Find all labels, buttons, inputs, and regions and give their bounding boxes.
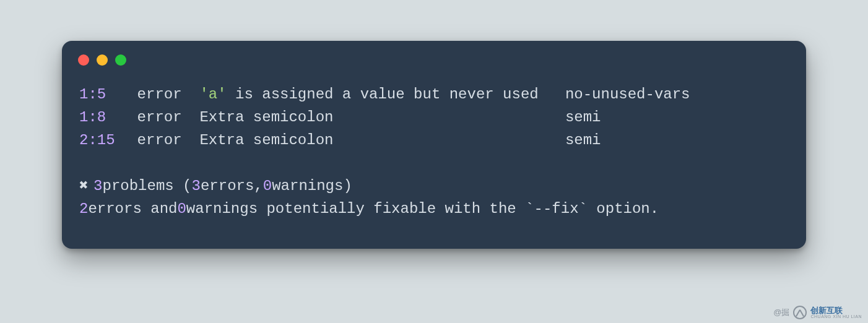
lint-rule: no-unused-vars xyxy=(565,83,690,106)
fixable-text: warnings potentially fixable with the `-… xyxy=(186,197,659,220)
watermark: @掘 创新互联 CHUANG XIN HU LIAN xyxy=(773,306,862,319)
window-titlebar xyxy=(62,41,806,72)
lint-location: 2:15 xyxy=(79,129,119,152)
watermark-prefix: @掘 xyxy=(773,307,789,318)
lint-message-text: Extra semicolon xyxy=(199,109,333,126)
summary-text: warnings) xyxy=(272,174,352,197)
lint-fixable: 2 errors and 0 warnings potentially fixa… xyxy=(79,197,789,220)
watermark-logo-icon xyxy=(793,306,807,319)
lint-row: 1:8 error Extra semicolon semi xyxy=(79,106,789,129)
minimize-icon[interactable] xyxy=(97,54,108,66)
lint-location: 1:5 xyxy=(79,83,119,106)
summary-text: problems ( xyxy=(103,174,192,197)
terminal-window: 1:5 error 'a' is assigned a value but ne… xyxy=(62,41,806,249)
summary-text: errors, xyxy=(201,174,263,197)
lint-message: 'a' is assigned a value but never used xyxy=(199,83,565,106)
blank-line xyxy=(79,152,789,174)
lint-message: Extra semicolon xyxy=(199,129,565,152)
lint-rule: semi xyxy=(565,129,601,152)
watermark-brand-cn: 创新互联 xyxy=(810,306,862,314)
lint-severity: error xyxy=(137,129,182,152)
lint-message-text: Extra semicolon xyxy=(199,132,333,149)
lint-summary: ✖ 3 problems ( 3 errors, 0 warnings) xyxy=(79,174,789,197)
close-icon[interactable] xyxy=(78,54,89,66)
zoom-icon[interactable] xyxy=(115,54,126,66)
summary-errors-count: 3 xyxy=(192,174,201,197)
lint-message: Extra semicolon xyxy=(199,106,565,129)
terminal-output: 1:5 error 'a' is assigned a value but ne… xyxy=(62,72,806,231)
fixable-text: errors and xyxy=(88,197,177,220)
summary-warnings-count: 0 xyxy=(263,174,272,197)
lint-severity: error xyxy=(137,106,182,129)
lint-rule: semi xyxy=(565,106,601,129)
watermark-brand-en: CHUANG XIN HU LIAN xyxy=(810,314,862,319)
lint-severity: error xyxy=(137,83,182,106)
lint-message-quote: 'a' xyxy=(199,86,226,103)
summary-problems-count: 3 xyxy=(93,174,102,197)
lint-row: 1:5 error 'a' is assigned a value but ne… xyxy=(79,83,789,106)
lint-row: 2:15 error Extra semicolon semi xyxy=(79,129,789,152)
lint-location: 1:8 xyxy=(79,106,119,129)
fixable-errors-count: 2 xyxy=(79,197,88,220)
lint-message-text: is assigned a value but never used xyxy=(227,86,539,103)
cross-icon: ✖ xyxy=(79,174,88,197)
fixable-warnings-count: 0 xyxy=(177,197,186,220)
